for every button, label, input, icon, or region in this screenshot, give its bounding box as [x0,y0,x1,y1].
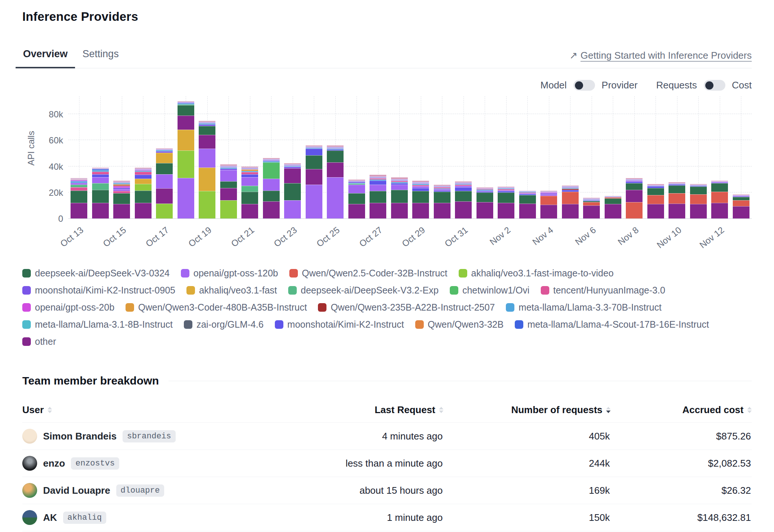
legend-item-qwen235[interactable]: Qwen/Qwen3-235B-A22B-Instruct-2507 [318,302,495,313]
column-header-accrued-cost[interactable]: Accrued cost [611,404,752,416]
y-axis-tick-label: 0 [58,214,63,224]
legend-item-oss120[interactable]: openai/gpt-oss-120b [181,268,278,279]
stacked-bar-nov-13[interactable] [733,194,749,218]
stacked-bar-oct-20[interactable] [220,164,237,218]
bar-segment-veofast [199,168,215,191]
stacked-bar-nov-7[interactable] [605,196,621,218]
stacked-bar-oct-17[interactable] [156,148,173,218]
x-axis-tick-label: Oct 25 [315,225,342,249]
bar-segment-oss120 [306,185,322,218]
stacked-bar-nov-1[interactable] [477,187,493,218]
bar-segment-ds [626,183,643,190]
stacked-bar-nov-6[interactable] [583,198,600,218]
getting-started-link[interactable]: ↗ Getting Started with Inference Provide… [569,50,752,68]
legend-item-oss20[interactable]: openai/gpt-oss-20b [22,302,114,313]
tab-bar: Overview Settings ↗ Getting Started with… [22,43,752,68]
stacked-bar-nov-3[interactable] [519,191,536,218]
stacked-bar-nov-2[interactable] [498,186,514,218]
stacked-bar-nov-8[interactable] [626,178,643,218]
stacked-bar-nov-9[interactable] [647,184,664,218]
y-axis: 020k40k60k80k [39,96,68,219]
bar-column [538,96,560,218]
x-axis-tick-label: Nov 12 [697,225,726,250]
stacked-bar-oct-25[interactable] [327,145,344,218]
toggle-knob [575,81,583,90]
bar-segment-other [92,203,109,218]
bar-column [346,96,368,218]
y-axis-tick-label: 80k [49,109,63,120]
bar-segment-other [156,188,173,203]
legend-item-scout[interactable]: meta-llama/Llama-4-Scout-17B-16E-Instruc… [515,319,709,330]
legend-item-qwen25c[interactable]: Qwen/Qwen2.5-Coder-32B-Instruct [289,268,448,279]
legend-item-kimi0905[interactable]: moonshotai/Kimi-K2-Instruct-0905 [22,285,175,296]
stacked-bar-nov-10[interactable] [669,182,685,218]
page-title: Inference Providers [22,10,752,24]
username-badge: enzostvs [71,457,119,470]
x-axis-tick-label: Oct 19 [186,225,214,249]
stacked-bar-oct-23[interactable] [284,163,301,218]
legend-item-other[interactable]: other [22,336,56,347]
stacked-bar-nov-12[interactable] [711,181,728,218]
bar-segment-other [348,204,365,218]
legend-item-ovi[interactable]: chetwinlow1/Ovi [450,285,530,296]
legend-item-ds32[interactable]: deepseek-ai/DeepSeek-V3.2-Exp [288,285,439,296]
stacked-bar-oct-22[interactable] [263,158,280,218]
table-row-enzostvs[interactable]: enzoenzostvsless than a minute ago244k$2… [22,450,752,477]
stacked-bar-oct-16[interactable] [135,168,152,218]
legend-swatch [22,337,31,346]
x-axis-tick-label: Oct 23 [272,225,299,249]
stacked-bar-oct-19[interactable] [199,121,215,218]
stacked-bar-oct-15[interactable] [113,181,130,218]
legend-item-qwen332[interactable]: Qwen/Qwen3-32B [415,319,504,330]
requests-cost-toggle[interactable] [704,80,725,91]
stacked-bar-oct-29[interactable] [412,181,429,218]
column-header-user[interactable]: User [22,404,295,416]
legend-item-qwen3c[interactable]: Qwen/Qwen3-Coder-480B-A35B-Instruct [126,302,307,313]
legend-label: meta-llama/Llama-3.3-70B-Instruct [518,302,661,313]
legend-item-ds[interactable]: deepseek-ai/DeepSeek-V3-0324 [22,268,170,279]
stacked-bar-nov-4[interactable] [540,191,557,218]
chart-toggle-row: Model Provider Requests Cost [22,80,752,91]
bar-column [453,96,474,218]
legend-item-veoimg[interactable]: akhaliq/veo3.1-fast-image-to-video [459,268,614,279]
bar-column [432,96,453,218]
sort-icon-active-desc [606,407,611,413]
table-row-akhaliq[interactable]: AKakhaliq1 minute ago150k$148,632.81 [22,504,752,531]
stacked-bar-oct-31[interactable] [455,181,472,218]
stacked-bar-oct-28[interactable] [391,177,408,218]
bar-column [624,96,645,218]
stacked-bar-nov-11[interactable] [690,184,707,218]
legend-item-llama33[interactable]: meta-llama/Llama-3.3-70B-Instruct [506,302,661,313]
bar-segment-ds [135,191,152,203]
model-provider-toggle[interactable] [573,80,595,91]
stacked-bar-oct-13[interactable] [71,178,87,218]
legend-item-glm[interactable]: zai-org/GLM-4.6 [184,319,264,330]
legend-label: openai/gpt-oss-20b [35,302,114,313]
tab-settings[interactable]: Settings [75,43,126,68]
bar-segment-veoimg [178,150,194,178]
bar-segment-ds [669,185,685,193]
table-row-dlouapre[interactable]: David Louapredlouapreabout 15 hours ago1… [22,477,752,504]
table-row-sbrandeis[interactable]: Simon Brandeissbrandeis4 minutes ago405k… [22,422,752,450]
bar-segment-veofast [135,179,152,184]
stacked-bar-nov-5[interactable] [562,185,579,218]
stacked-bar-oct-27[interactable] [370,175,386,218]
legend-item-kimi[interactable]: moonshotai/Kimi-K2-Instruct [275,319,404,330]
column-header-number-of-requests[interactable]: Number of requests [443,404,611,416]
stacked-bar-oct-14[interactable] [92,168,109,218]
legend-item-veofast[interactable]: akhaliq/veo3.1-fast [186,285,277,296]
bar-column [68,96,90,218]
tab-overview[interactable]: Overview [16,43,75,68]
stacked-bar-oct-30[interactable] [434,185,451,218]
bar-segment-ds [455,191,472,201]
stacked-bar-oct-18[interactable] [178,101,194,218]
stacked-bar-oct-21[interactable] [241,166,258,218]
legend-item-hunyuan[interactable]: tencent/HunyuanImage-3.0 [541,285,666,296]
bar-column [389,96,410,218]
bar-segment-ds32 [241,186,258,192]
legend-item-llama31[interactable]: meta-llama/Llama-3.1-8B-Instruct [22,319,173,330]
column-header-last-request[interactable]: Last Request [295,404,443,416]
bar-column [196,96,218,218]
stacked-bar-oct-24[interactable] [306,145,322,218]
stacked-bar-oct-26[interactable] [348,179,365,218]
